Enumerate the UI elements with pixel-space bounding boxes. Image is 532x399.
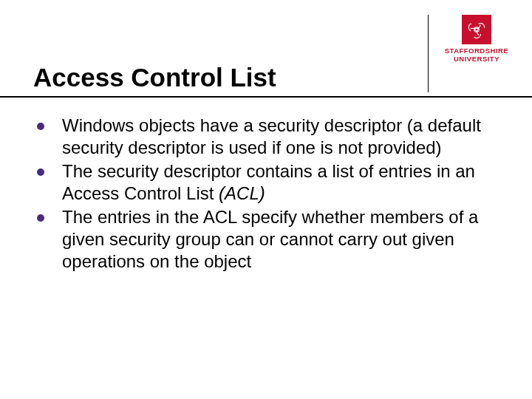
logo-text-line2: UNIVERSITY bbox=[454, 55, 499, 63]
list-item: The security descriptor contains a list … bbox=[37, 160, 491, 205]
bullet-icon bbox=[37, 214, 44, 222]
biohazard-icon bbox=[468, 21, 485, 38]
acl-abbrev: (ACL) bbox=[219, 183, 265, 203]
slide-title: Access Control List bbox=[33, 63, 499, 92]
bullet-text: Windows objects have a security descript… bbox=[62, 115, 491, 159]
slide-body: Windows objects have a security descript… bbox=[37, 115, 491, 274]
logo-text-line1: STAFFORDSHIRE bbox=[445, 47, 509, 55]
list-item: The entries in the ACL specify whether m… bbox=[37, 206, 491, 273]
slide: STAFFORDSHIRE UNIVERSITY Access Control … bbox=[0, 0, 532, 399]
bullet-text: The entries in the ACL specify whether m… bbox=[62, 206, 491, 273]
bullet-icon bbox=[37, 168, 44, 176]
bullet-text: The security descriptor contains a list … bbox=[62, 160, 491, 205]
logo-mark bbox=[462, 15, 491, 44]
bullet-icon bbox=[37, 123, 44, 130]
svg-point-4 bbox=[473, 30, 481, 38]
title-underline bbox=[0, 96, 532, 98]
list-item: Windows objects have a security descript… bbox=[37, 115, 491, 159]
